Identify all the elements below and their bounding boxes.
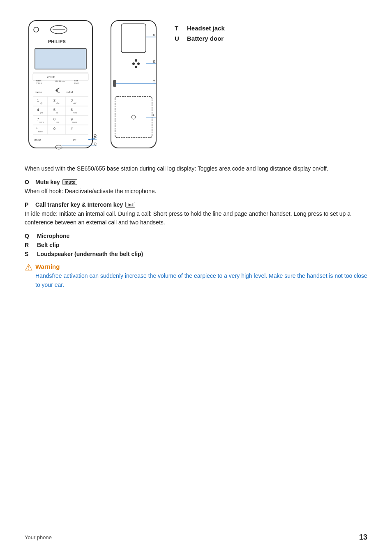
svg-text:menu: menu: [35, 91, 42, 94]
def-Q-text: Microphone: [37, 233, 69, 239]
svg-text:T: T: [153, 79, 155, 83]
label-U-letter: U: [175, 35, 187, 42]
svg-line-18: [58, 92, 60, 93]
svg-text:8: 8: [53, 117, 55, 121]
def-S-text: Loudspeaker (underneath the belt clip): [37, 251, 143, 257]
def-S-letter: S: [25, 251, 37, 257]
svg-point-4: [34, 27, 39, 32]
warning-icon: ⚠: [25, 262, 33, 273]
svg-text:P: P: [94, 136, 96, 140]
section-P-title-text: Call transfer key & Intercom key: [35, 201, 123, 208]
label-T-letter: T: [175, 25, 187, 32]
page: PHILIPS call ID flash TALK Ph.Book exit …: [0, 0, 392, 554]
section-O: O Mute key mute When off hook: Deactivat…: [25, 179, 367, 196]
section-P: P Call transfer key & Intercom key int I…: [25, 201, 367, 227]
svg-text:S: S: [153, 60, 155, 64]
warning-section: ⚠ Warning Handsfree activation can sudde…: [25, 263, 367, 289]
svg-point-63: [135, 59, 137, 62]
section-O-title-text: Mute key: [35, 179, 60, 185]
svg-text:@: @: [40, 102, 43, 104]
svg-text:wxyz: wxyz: [72, 121, 77, 123]
svg-line-17: [58, 88, 60, 89]
svg-point-71: [131, 115, 136, 119]
svg-text:redial: redial: [66, 91, 73, 94]
phone-front-diagram: PHILIPS call ID flash TALK Ph.Book exit …: [25, 16, 97, 152]
svg-rect-57: [111, 21, 156, 148]
warning-text: Handsfree activation can suddenly increa…: [35, 272, 367, 289]
svg-text:Ph.Book: Ph.Book: [55, 80, 65, 83]
svg-text:tone: tone: [38, 130, 43, 133]
section-P-title: P Call transfer key & Intercom key int: [25, 201, 367, 208]
svg-text:3: 3: [71, 98, 73, 102]
def-Q-letter: Q: [25, 233, 37, 239]
page-number: 13: [359, 533, 367, 542]
svg-text:U: U: [153, 113, 156, 117]
def-R-row: R Belt clip: [25, 242, 367, 248]
footer: Your phone 13: [25, 533, 367, 542]
svg-rect-67: [113, 80, 116, 87]
svg-rect-58: [121, 24, 146, 53]
svg-text:tuv: tuv: [56, 121, 59, 123]
svg-text:#: #: [71, 127, 73, 131]
svg-text:R: R: [153, 33, 156, 37]
svg-text:7: 7: [37, 117, 39, 121]
label-T-text: Headset jack: [187, 25, 225, 32]
svg-text:abc: abc: [56, 102, 60, 104]
main-content: When used with the SE650/655 base statio…: [25, 164, 367, 289]
label-U-row: U Battery door: [175, 35, 225, 42]
svg-text:5: 5: [53, 108, 55, 112]
svg-text:jkl: jkl: [55, 111, 58, 114]
svg-text:mute: mute: [35, 138, 41, 141]
top-section: PHILIPS call ID flash TALK Ph.Book exit …: [25, 16, 367, 152]
section-O-letter: O: [25, 179, 33, 185]
svg-text:sqrs: sqrs: [39, 121, 44, 123]
svg-rect-5: [35, 48, 86, 69]
section-P-desc: In idle mode: Initiate an internal call.…: [25, 210, 367, 227]
phone-back-diagram: R S T: [105, 16, 162, 152]
right-labels: T Headset jack U Battery door: [175, 16, 225, 45]
svg-text:*: *: [36, 127, 38, 131]
warning-title: Warning: [35, 263, 367, 270]
svg-text:exit: exit: [74, 79, 78, 82]
svg-text:flash: flash: [36, 79, 42, 82]
svg-text:END: END: [74, 82, 79, 85]
svg-text:mno: mno: [73, 111, 77, 114]
svg-point-56: [55, 145, 62, 149]
label-T-row: T Headset jack: [175, 25, 225, 32]
section-O-title: O Mute key mute: [25, 179, 367, 185]
mute-badge: mute: [62, 179, 77, 185]
svg-point-62: [137, 62, 140, 65]
svg-point-61: [132, 62, 135, 65]
label-U-text: Battery door: [187, 35, 224, 42]
svg-text:ghi: ghi: [40, 111, 43, 114]
svg-text:PHILIPS: PHILIPS: [48, 39, 66, 44]
svg-text:1: 1: [37, 98, 39, 102]
footer-label: Your phone: [25, 534, 52, 540]
svg-text:call ID: call ID: [47, 76, 55, 78]
svg-text:def: def: [73, 102, 76, 104]
svg-text:Q: Q: [94, 142, 97, 146]
section-O-desc: When off hook: Deactivate/activate the m…: [25, 187, 367, 196]
intro-paragraph: When used with the SE650/655 base statio…: [25, 164, 367, 173]
svg-text:2: 2: [53, 98, 55, 102]
svg-text:0: 0: [53, 127, 55, 131]
phone-diagrams: PHILIPS call ID flash TALK Ph.Book exit …: [25, 16, 162, 152]
svg-marker-16: [55, 88, 58, 92]
svg-text:int: int: [73, 138, 76, 141]
section-P-letter: P: [25, 201, 33, 208]
svg-text:TALK: TALK: [36, 82, 42, 85]
def-Q-row: Q Microphone: [25, 233, 367, 239]
def-R-letter: R: [25, 242, 37, 248]
svg-text:4: 4: [37, 108, 39, 112]
def-S-row: S Loudspeaker (underneath the belt clip): [25, 251, 367, 257]
def-R-text: Belt clip: [37, 242, 59, 248]
int-badge: int: [125, 202, 135, 208]
svg-point-64: [135, 66, 137, 68]
warning-content: Warning Handsfree activation can suddenl…: [35, 263, 367, 289]
